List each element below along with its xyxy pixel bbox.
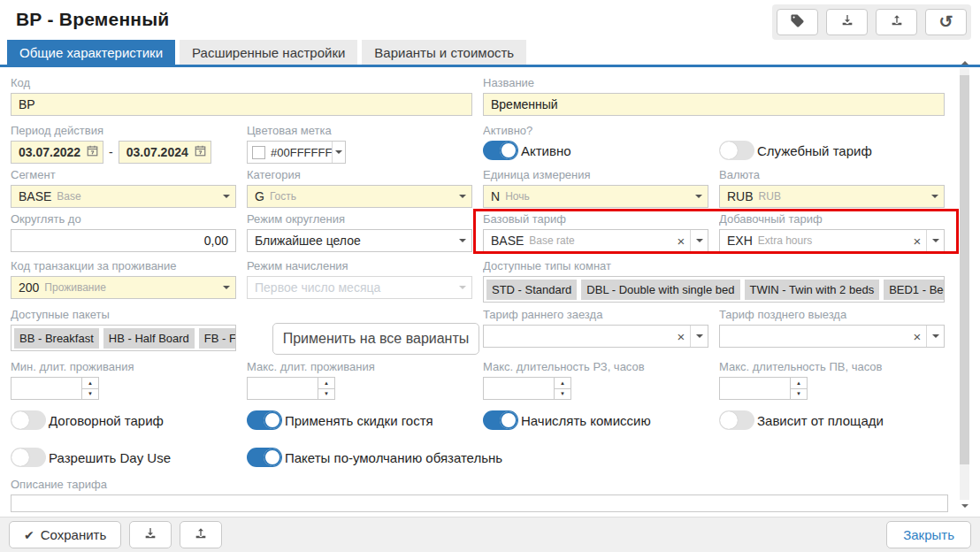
toggle-commission[interactable]: Начислять комиссию [483,410,708,430]
category-select[interactable]: G Гость [247,185,472,208]
page-title: ВР - Временный [16,4,169,30]
chevron-down-icon[interactable] [926,186,944,207]
room-types-input[interactable]: STD - Standard DBL - Double with single … [483,276,945,303]
check-icon: ✔ [24,528,34,542]
toggle-pill[interactable] [483,410,518,430]
chevron-down-icon[interactable] [454,230,471,251]
clear-icon[interactable]: × [672,330,690,343]
spin-down-icon[interactable]: ▼ [791,388,807,400]
late-checkout-rate-select[interactable]: × [719,325,945,348]
min-stay-stepper[interactable]: ▲ ▼ [11,377,99,400]
color-mark-select[interactable]: #00FFFFFF [247,141,346,164]
max-stay-stepper[interactable]: ▲ ▼ [247,377,335,400]
calendar-icon[interactable] [87,145,98,159]
field-category: Категория G Гость [247,168,472,208]
chevron-down-icon[interactable] [926,230,944,251]
name-input[interactable]: Временный [483,93,945,116]
calendar-icon[interactable] [195,145,206,159]
chevron-down-icon[interactable] [926,326,944,347]
package-token[interactable]: FB - Full Boar [199,328,236,349]
unit-select[interactable]: N Ночь [483,185,708,208]
chevron-down-icon[interactable] [454,186,471,207]
spin-up-icon[interactable]: ▲ [82,378,98,388]
chevron-down-icon[interactable] [218,277,235,298]
period-from-input[interactable]: 03.07.2022 [11,141,103,164]
toggle-pill[interactable] [247,448,282,467]
room-type-token[interactable]: STD - Standard [486,280,577,300]
chevron-down-icon[interactable] [218,186,235,207]
scrollbar-track[interactable] [960,68,969,500]
apply-all-variants-button[interactable]: Применить на все варианты [272,323,479,355]
room-type-token[interactable]: BED1 - Bed 1 [884,280,945,300]
tab-general[interactable]: Общие характеристики [7,40,175,65]
room-type-token[interactable]: DBL - Double with single bed [581,280,739,300]
chevron-down-icon[interactable] [690,186,708,207]
toggle-default-packages-required[interactable]: Пакеты по-умолчанию обязательнь [247,448,708,467]
rounding-mode-select[interactable]: Ближайшее целое [247,229,472,252]
toggle-pill[interactable] [719,410,754,430]
max-early-checkin-stepper[interactable]: ▲ ▼ [483,377,571,400]
toggle-guest-discounts[interactable]: Применять скидки гостя [247,410,472,430]
toggle-pill[interactable] [483,141,518,160]
spin-up-icon[interactable]: ▲ [791,378,807,388]
spin-down-icon[interactable]: ▼ [555,388,570,400]
toggle-service-rate[interactable]: Служебный тариф [719,141,945,160]
currency-select[interactable]: RUB RUB [719,185,945,208]
tag-button[interactable] [777,9,818,35]
round-to-input[interactable]: 0,00 [11,229,236,252]
field-code: Код ВР [11,76,472,116]
toggle-pill[interactable] [719,141,754,160]
toggle-pill[interactable] [11,448,46,467]
field-late-checkout-rate: Тариф позднего выезда × [719,308,945,355]
history-button[interactable]: ↺ [925,9,967,35]
toggle-area-dependent[interactable]: Зависит от площади [719,410,945,430]
close-button[interactable]: Закрыть [886,521,971,548]
max-late-checkout-stepper[interactable]: ▲ ▼ [719,377,808,400]
period-to-input[interactable]: 03.07.2024 [119,141,211,164]
tag-icon [790,13,805,32]
room-type-token[interactable]: TWIN - Twin with 2 beds [745,280,880,300]
clear-icon[interactable]: × [908,234,926,248]
clear-icon[interactable]: × [908,330,926,343]
upload-button[interactable] [876,9,917,35]
history-icon: ↺ [939,13,953,30]
base-rate-select[interactable]: BASE Base rate × [483,229,708,252]
tab-advanced[interactable]: Расширенные настройки [180,40,357,65]
toggle-pill[interactable] [247,410,282,430]
chevron-down-icon[interactable] [690,326,708,347]
field-min-stay: Мин. длит. проживания ▲ ▼ [11,360,236,400]
field-color-mark: Цветовая метка #00FFFFFF [247,124,472,164]
spin-up-icon[interactable]: ▲ [318,378,334,388]
field-period: Период действия 03.07.2022 - 03.07.2024 [11,124,236,164]
toggle-active[interactable]: Активно [483,141,708,160]
upload-button[interactable] [180,521,222,548]
spin-up-icon[interactable]: ▲ [555,378,570,388]
toggle-pill[interactable] [11,410,46,430]
transaction-code-select[interactable]: 200 Проживание [11,276,236,299]
early-checkin-rate-select[interactable]: × [483,325,708,348]
chevron-down-icon[interactable] [690,230,708,251]
chevron-down-icon[interactable] [332,142,345,163]
download-button[interactable] [129,521,172,548]
spin-down-icon[interactable]: ▼ [82,388,98,400]
package-token[interactable]: HB - Half Board [103,328,195,349]
segment-select[interactable]: BASE Base [11,185,236,208]
description-input[interactable] [11,494,948,512]
packages-input[interactable]: BB - Breakfast HB - Half Board FB - Full… [11,325,236,351]
tab-variants[interactable]: Варианты и стоимость [362,40,526,65]
toggle-day-use[interactable]: Разрешить Day Use [11,448,236,467]
toggle-contract-rate[interactable]: Договорной тариф [11,410,236,430]
clear-icon[interactable]: × [672,234,690,248]
scrollbar-thumb[interactable] [960,75,969,464]
vertical-scrollbar[interactable] [959,57,970,511]
field-max-stay: Макс. длит. проживания ▲ ▼ [247,360,472,400]
additional-rate-select[interactable]: EXH Extra hours × [719,229,945,252]
scroll-down-arrow[interactable] [959,500,970,511]
code-input[interactable]: ВР [11,93,472,116]
package-token[interactable]: BB - Breakfast [14,328,99,349]
save-button[interactable]: ✔ Сохранить [9,521,121,548]
scroll-up-arrow[interactable] [959,57,970,68]
download-button[interactable] [826,9,868,35]
download-icon [143,526,157,543]
spin-down-icon[interactable]: ▼ [318,388,334,400]
